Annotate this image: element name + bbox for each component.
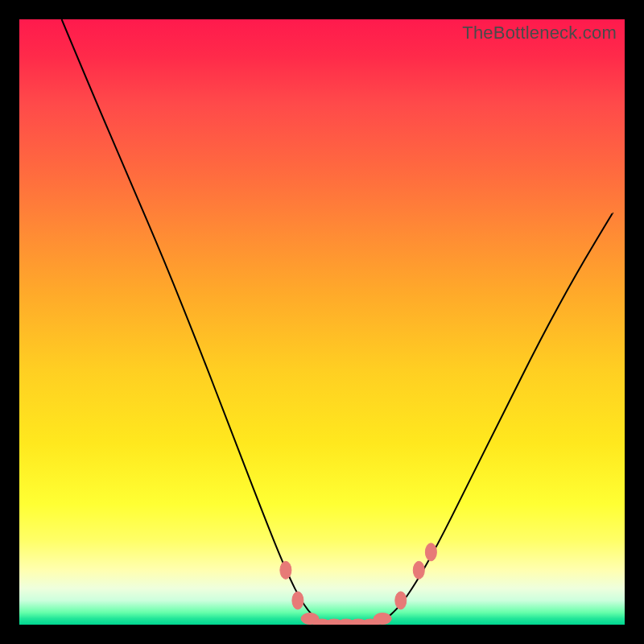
bottleneck-curve (62, 19, 613, 625)
bottleneck-curve-svg (19, 19, 625, 625)
trough-marker (413, 561, 424, 579)
chart-frame: TheBottleneck.com (0, 0, 644, 644)
trough-marker (292, 592, 303, 609)
trough-marker (425, 543, 436, 561)
trough-marker (374, 613, 391, 625)
watermark-text: TheBottleneck.com (462, 23, 617, 43)
trough-marker (280, 561, 291, 579)
trough-marker (395, 592, 407, 609)
trough-marker-group (280, 543, 437, 625)
plot-area: TheBottleneck.com (19, 19, 625, 625)
